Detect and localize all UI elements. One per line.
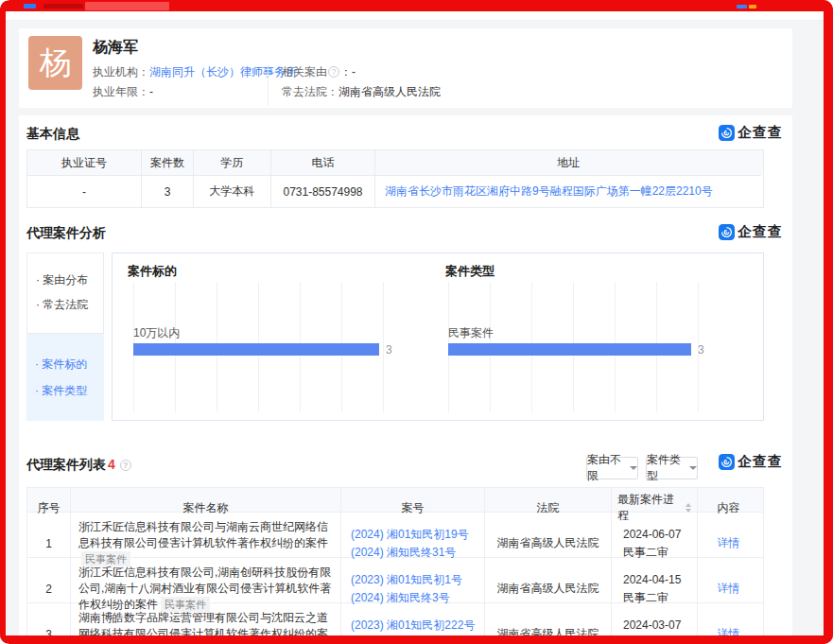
filter-cause-dropdown[interactable]: 案由不限	[586, 457, 638, 479]
court-line: 常去法院：湖南省高级人民法院	[282, 84, 441, 100]
education-value: 大学本科	[194, 175, 271, 207]
analysis-menu-top: · 案由分布 · 常去法院	[26, 252, 104, 334]
analysis-menu-bottom: · 案件标的 · 案件类型	[26, 334, 104, 421]
cause-label: 相关案由	[282, 65, 327, 78]
qcc-logo-icon	[719, 125, 735, 141]
info-icon[interactable]: ?	[120, 460, 131, 471]
case-name-text: 浙江禾匠信息科技有限公司与湖南云商世纪网络信息科技有限公司侵害计算机软件著作权纠…	[78, 520, 328, 549]
sort-icon[interactable]	[685, 503, 691, 513]
case-list-title-text: 代理案件列表	[26, 457, 106, 472]
case-name-text: 湖南博皓数字品牌运营管理有限公司与沈阳云之道网络科技有限公司侵害计算机软件著作权…	[78, 611, 328, 635]
years-label: 执业年限：	[93, 85, 149, 98]
case-list-title: 代理案件列表4 ?	[26, 457, 132, 474]
caret-down-icon	[630, 466, 637, 470]
topbar-covered-text	[43, 4, 83, 9]
menu-item-cause-distribution[interactable]: · 案由分布	[36, 272, 88, 288]
chart-case-amount-bar[interactable]	[133, 343, 379, 356]
table-row: 2 浙江禾匠信息科技有限公司,湖南创研科技股份有限公司,湖南十八洞村酒业有限公司…	[27, 557, 763, 602]
years-value: -	[149, 85, 153, 98]
progress-date: 2024-04-15	[623, 572, 681, 588]
phone-value: 0731-85574998	[271, 175, 375, 207]
case-list-header-row: 序号 案件名称 案号 法院 最新案件进程 内容	[27, 488, 763, 512]
topbar-logo-fragment	[24, 4, 36, 9]
qcc-watermark: 企查查	[719, 453, 783, 471]
progress-date: 2024-03-07	[623, 618, 681, 634]
progress-cell: 2024-03-07 民事二审	[612, 603, 698, 635]
main-content-card: 基本信息 企查查 执业证号 案件数 学历 电话 地址 - 3 大学本科 0731…	[19, 115, 792, 635]
detail-link[interactable]: 详情	[718, 581, 740, 597]
page: 杨 杨海军 执业机构：湖南同升（长沙）律师事务所 执业年限：- 相关案由?：- …	[0, 0, 833, 644]
row-no: 3	[27, 603, 71, 635]
court-cell: 湖南省高级人民法院	[485, 603, 612, 635]
progress-date: 2024-06-07	[623, 527, 681, 543]
case-count-value: 3	[142, 175, 194, 207]
chart-case-amount-value: 3	[386, 343, 392, 357]
address-link[interactable]: 湖南省长沙市雨花区湘府中路9号融程国际广场第一幢22层2210号	[375, 175, 761, 207]
years-line: 执业年限：-	[93, 84, 153, 100]
topbar-covered-search	[85, 2, 169, 10]
basic-info-table: 执业证号 案件数 学历 电话 地址 - 3 大学本科 0731-85574998…	[26, 149, 764, 208]
analysis-title: 代理案件分析	[26, 225, 106, 242]
topbar-link-fragment	[737, 5, 747, 9]
cause-line: 相关案由?：-	[282, 64, 356, 80]
menu-item-frequent-courts[interactable]: · 常去法院	[36, 297, 88, 313]
case-number-link[interactable]: (2024) 湘01知民初19号	[351, 527, 469, 543]
caret-down-icon	[689, 466, 697, 470]
basic-info-value-row: - 3 大学本科 0731-85574998 湖南省长沙市雨花区湘府中路9号融程…	[27, 175, 763, 207]
case-numbers: (2023) 湘01知民初222号 (2024) 湘知民终9号	[341, 603, 485, 635]
qcc-logo-icon	[719, 454, 735, 470]
lawyer-profile-card: 杨 杨海军 执业机构：湖南同升（长沙）律师事务所 执业年限：- 相关案由?：- …	[19, 28, 792, 108]
topbar-vip-fragment	[749, 5, 756, 9]
detail-link[interactable]: 详情	[718, 535, 740, 551]
info-icon[interactable]: ?	[328, 66, 339, 78]
filter-case-type-dropdown[interactable]: 案件类型	[646, 457, 698, 479]
basic-info-title: 基本信息	[26, 126, 79, 143]
col-license: 执业证号	[27, 150, 142, 175]
annotation-frame-left	[0, 0, 6, 644]
filter-case-type-label: 案件类型	[647, 452, 686, 484]
table-row: 3 湖南博皓数字品牌运营管理有限公司与沈阳云之道网络科技有限公司侵害计算机软件著…	[27, 602, 763, 635]
chart-case-type-value: 3	[698, 343, 704, 357]
case-number-link[interactable]: (2023) 湘01知民初222号	[351, 618, 475, 634]
menu-item-case-amount[interactable]: · 案件标的	[35, 357, 87, 373]
case-number-link[interactable]: (2023) 湘01知民初1号	[351, 572, 462, 588]
case-list-count: 4	[108, 457, 115, 472]
qcc-watermark: 企查查	[719, 223, 783, 241]
col-case-count: 案件数	[142, 150, 194, 175]
cause-value: ：-	[340, 65, 356, 78]
qcc-watermark: 企查查	[719, 124, 783, 142]
license-value: -	[27, 175, 142, 207]
qcc-logo-icon	[719, 224, 735, 240]
divider	[268, 64, 269, 106]
qcc-watermark-text: 企查查	[738, 124, 783, 142]
charts-panel: 案件标的 10万以内 3 案件类型 民事案件 3	[112, 252, 764, 421]
chart-case-amount-title: 案件标的	[128, 263, 177, 280]
annotation-frame-top	[0, 0, 833, 11]
table-row: 1 浙江禾匠信息科技有限公司与湖南云商世纪网络信息科技有限公司侵害计算机软件著作…	[27, 512, 763, 557]
qcc-watermark-text: 企查查	[738, 223, 783, 241]
org-link[interactable]: 湖南同升（长沙）律师事务所	[149, 65, 297, 78]
case-name: 湖南博皓数字品牌运营管理有限公司与沈阳云之道网络科技有限公司侵害计算机软件著作权…	[71, 603, 341, 635]
col-address: 地址	[375, 150, 761, 175]
menu-item-case-type[interactable]: · 案件类型	[35, 383, 87, 399]
court-value: 湖南省高级人民法院	[338, 85, 441, 98]
col-phone: 电话	[271, 150, 375, 175]
org-line: 执业机构：湖南同升（长沙）律师事务所	[93, 64, 297, 80]
chart-case-type-title: 案件类型	[445, 263, 495, 280]
annotation-frame-bottom	[0, 635, 833, 644]
court-label: 常去法院：	[282, 85, 338, 98]
detail-link[interactable]: 详情	[718, 626, 740, 635]
case-list-table: 序号 案件名称 案号 法院 最新案件进程 内容 1 浙江禾匠信息科技有限公司与湖…	[26, 487, 764, 635]
chart-case-type-category: 民事案件	[448, 325, 494, 341]
org-label: 执业机构：	[93, 65, 149, 78]
chart-case-type-bar[interactable]	[448, 343, 691, 356]
filter-cause-label: 案由不限	[587, 452, 627, 484]
basic-info-header-row: 执业证号 案件数 学历 电话 地址	[27, 150, 763, 175]
qcc-watermark-text: 企查查	[738, 453, 783, 471]
avatar: 杨	[28, 36, 82, 90]
chart-case-amount-category: 10万以内	[133, 325, 180, 341]
lawyer-name: 杨海军	[93, 38, 138, 58]
site-navbar-strip	[6, 11, 824, 21]
annotation-frame-right	[824, 0, 833, 644]
col-education: 学历	[194, 150, 271, 175]
